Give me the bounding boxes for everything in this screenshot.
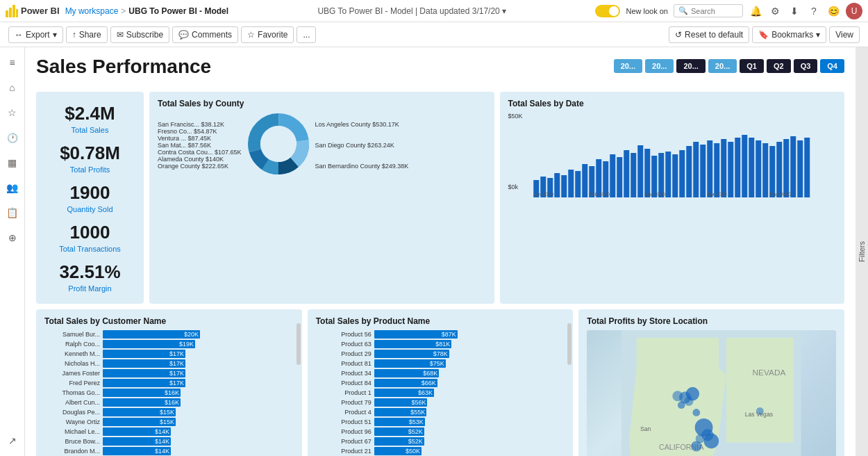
svg-rect-34 [686, 146, 692, 197]
user-circle-icon[interactable]: 😊 [826, 4, 840, 18]
svg-rect-18 [575, 171, 581, 197]
kpi-quantity-sold-value: 1900 [44, 182, 135, 204]
customer-name: Thomas Go... [44, 389, 100, 396]
q1-filter[interactable]: Q1 [740, 59, 764, 73]
customer-bar-wrapper: $16K [103, 398, 294, 407]
search-input[interactable] [691, 7, 740, 15]
svg-text:May 2020: May 2020 [769, 192, 791, 197]
kpi-total-sales-label: Total Sales [44, 126, 135, 134]
sidebar-item-create[interactable]: ⊕ [3, 228, 22, 247]
county-label-ventura: Ventura ... $87.45K [158, 135, 242, 142]
product-bar-item: Product 96 $52K [316, 427, 565, 436]
customer-value: $19K [179, 340, 194, 348]
share-button[interactable]: ↑ Share [66, 26, 108, 43]
reset-button[interactable]: ↺ Reset to default [669, 26, 749, 43]
q2-filter[interactable]: Q2 [767, 59, 791, 73]
svg-rect-48 [783, 139, 789, 197]
customer-bar-wrapper: $19K [103, 340, 294, 348]
kpi-quantity-sold: 1900 Quantity Sold [44, 182, 135, 213]
sidebar-item-apps[interactable]: ▦ [3, 153, 22, 172]
svg-rect-26 [631, 153, 636, 197]
q3-filter[interactable]: Q3 [794, 59, 818, 73]
customer-bar-list: Samuel Bur... $20K Ralph Coo... $19K Ken… [44, 330, 294, 456]
product-value: $56K [411, 398, 426, 407]
export-icon: ↔ [15, 30, 23, 40]
sidebar-item-shared[interactable]: 👥 [3, 178, 22, 197]
county-label-contracosta: Contra Costa Cou... $107.65K [158, 149, 242, 156]
customer-bar-item: Ralph Coo... $19K [44, 340, 294, 348]
view-button[interactable]: View [829, 26, 860, 43]
account-icon[interactable]: U [846, 3, 862, 19]
export-button[interactable]: ↔ Export ▾ [8, 26, 63, 43]
svg-rect-0 [6, 10, 8, 17]
kpi-profit-margin-value: 32.51% [44, 261, 135, 283]
comments-button[interactable]: 💬 Comments [172, 26, 238, 43]
county-label-sanmat: San Mat... $87.56K [158, 142, 242, 149]
product-scrollbar[interactable] [567, 323, 571, 365]
sidebar-item-home[interactable]: ⌂ [3, 78, 22, 97]
customer-bar-item: James Foster $17K [44, 369, 294, 377]
product-name: Product 34 [316, 370, 372, 377]
svg-rect-58 [726, 338, 794, 443]
county-label-sandiego: San Diego County $263.24K [315, 142, 409, 149]
product-bar: $66K [374, 379, 437, 387]
product-name: Product 4 [316, 409, 372, 416]
sidebar-hamburger[interactable]: ≡ [3, 53, 22, 72]
product-bar-item: Product 63 $81K [316, 340, 565, 348]
filters-strip[interactable]: Filters [856, 47, 868, 456]
app-logo[interactable]: Power BI [6, 5, 60, 17]
sidebar-item-workspaces[interactable]: 📋 [3, 203, 22, 222]
gear-icon[interactable]: ⚙ [768, 4, 782, 18]
download-icon[interactable]: ⬇ [787, 4, 801, 18]
kpi-quantity-sold-label: Quantity Sold [44, 205, 135, 213]
customer-scrollbar[interactable] [297, 323, 301, 365]
customer-bar-item: Albert Cun... $16K [44, 398, 294, 407]
year-filter-2[interactable]: 20... [645, 59, 674, 73]
svg-rect-15 [554, 173, 560, 197]
product-value: $52K [408, 437, 423, 446]
bell-icon[interactable]: 🔔 [749, 4, 762, 18]
product-bar-wrapper: $52K [374, 427, 565, 436]
help-icon[interactable]: ? [807, 4, 821, 18]
reset-icon: ↺ [675, 30, 682, 40]
breadcrumb-workspace[interactable]: My workspace [65, 6, 119, 16]
date-bar-chart: Jan 2020 Feb 2020 Mar 2020 Apr 2020 May … [508, 121, 837, 197]
subscribe-button[interactable]: ✉ Subscribe [110, 26, 169, 43]
main-content: Sales Performance 20... 20... 20... 20..… [25, 47, 856, 456]
product-value: $75K [430, 359, 444, 368]
sidebar-item-favorites[interactable]: ☆ [3, 103, 22, 122]
product-bar-wrapper: $81K [374, 340, 565, 348]
store-map-title: Total Profits by Store Location [587, 316, 836, 326]
kpi-total-sales: $2.4M Total Sales [44, 103, 135, 134]
svg-rect-1 [9, 8, 12, 17]
product-bar-item: Product 81 $75K [316, 359, 565, 368]
customer-bar-item: Samuel Bur... $20K [44, 330, 294, 339]
sidebar-item-expand[interactable]: ↗ [3, 431, 22, 450]
customer-bar-item: Kenneth M... $17K [44, 350, 294, 358]
favorite-button[interactable]: ☆ Favorite [241, 26, 294, 43]
comment-icon: 💬 [178, 30, 189, 40]
q4-filter[interactable]: Q4 [820, 59, 844, 73]
product-value: $63K [418, 389, 433, 397]
year-filter-4[interactable]: 20... [708, 59, 737, 73]
customer-chart-title: Total Sales by Customer Name [44, 316, 294, 326]
customer-bar: $17K [103, 369, 185, 377]
county-chart-title: Total Sales by County [158, 99, 486, 108]
customer-bar: $16K [103, 389, 181, 397]
search-box[interactable]: 🔍 [674, 4, 743, 17]
sidebar-item-recent[interactable]: 🕐 [3, 128, 22, 147]
toolbar: ↔ Export ▾ ↑ Share ✉ Subscribe 💬 Comment… [0, 22, 868, 47]
year-filter-1[interactable]: 20... [614, 59, 642, 73]
svg-rect-33 [679, 150, 685, 197]
app-name: Power BI [21, 6, 60, 16]
customer-bar-wrapper: $14K [103, 447, 294, 455]
bookmarks-button[interactable]: 🔖 Bookmarks ▾ [752, 26, 826, 43]
county-label-sanbernardino: San Bernardino County $249.38K [315, 163, 409, 170]
svg-rect-24 [617, 157, 622, 197]
svg-text:Feb 2020: Feb 2020 [589, 192, 610, 197]
new-look-toggle[interactable] [595, 5, 620, 17]
customer-bar-item: Thomas Go... $16K [44, 389, 294, 397]
more-button[interactable]: ... [297, 26, 316, 43]
year-filter-3[interactable]: 20... [676, 59, 705, 73]
chevron-down-icon[interactable]: ▾ [502, 6, 506, 16]
